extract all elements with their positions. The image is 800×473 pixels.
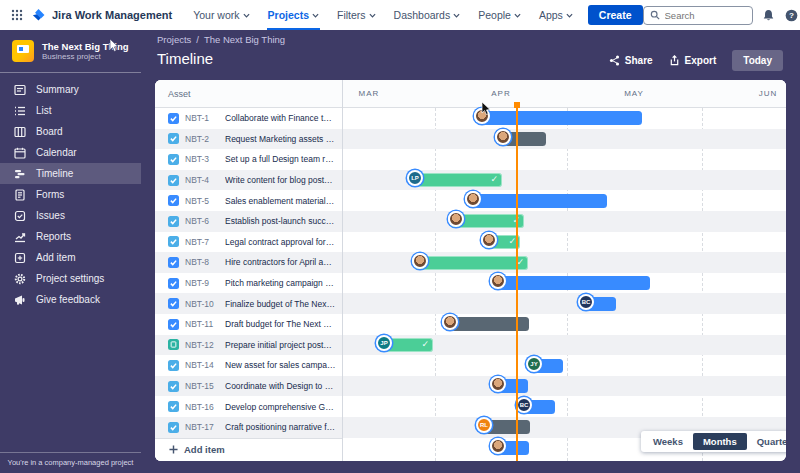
sidebar-item-summary[interactable]: Summary: [0, 79, 141, 100]
month-label-jun: JUN: [759, 89, 778, 98]
gantt-row-stripe: [343, 129, 786, 150]
assignee-avatar: BC: [516, 397, 532, 413]
sidebar-item-calendar[interactable]: Calendar: [0, 142, 141, 163]
subtask-icon: [168, 401, 179, 412]
issue-key: NBT-5: [185, 196, 219, 206]
nav-filters[interactable]: Filters: [330, 0, 383, 30]
calendar-icon: [14, 147, 26, 159]
issue-key: NBT-2: [185, 134, 219, 144]
search-input[interactable]: [665, 10, 735, 21]
sidebar-item-timeline[interactable]: Timeline: [0, 163, 141, 184]
asset-row-nbt-1[interactable]: NBT-1Collaborate with Finance to approve…: [155, 108, 342, 129]
sidebar-item-board[interactable]: Board: [0, 121, 141, 142]
board-icon: [14, 126, 26, 138]
add-item-button[interactable]: Add item: [155, 438, 342, 461]
nav-projects[interactable]: Projects: [261, 0, 326, 30]
task-icon: [168, 257, 179, 268]
app-switcher-icon[interactable]: [10, 8, 24, 22]
sidebar-item-reports[interactable]: Reports: [0, 226, 141, 247]
nav-label: Filters: [337, 9, 366, 21]
view-option-months[interactable]: Months: [693, 433, 747, 450]
nav-apps[interactable]: Apps: [532, 0, 580, 30]
sidebar-nav: SummaryListBoardCalendarTimelineFormsIss…: [0, 79, 141, 310]
sidebar-item-label: Forms: [36, 189, 64, 200]
zoom-level-toggle: WeeksMonthsQuarters: [641, 431, 786, 452]
assignee-avatar: JP: [376, 335, 392, 351]
view-option-weeks[interactable]: Weeks: [643, 433, 693, 450]
project-avatar: [12, 40, 34, 62]
gantt-bar-nbt-8[interactable]: ✓: [415, 256, 528, 270]
share-button[interactable]: Share: [609, 55, 653, 66]
export-button[interactable]: Export: [669, 55, 717, 66]
nav-people[interactable]: People: [471, 0, 528, 30]
issue-summary: Collaborate with Finance to approve...: [225, 113, 342, 123]
bar-done-check-icon: ✓: [508, 236, 516, 246]
gantt-row-stripe: [343, 211, 786, 232]
asset-row-nbt-10[interactable]: NBT-10Finalize budget of The Next Big Th…: [155, 293, 342, 314]
asset-row-nbt-5[interactable]: NBT-5Sales enablement materials and pit.…: [155, 190, 342, 211]
task-icon: [168, 195, 179, 206]
asset-row-nbt-14[interactable]: NBT-14New asset for sales campaigns wit.…: [155, 355, 342, 376]
asset-row-nbt-3[interactable]: NBT-3Set up a full Design team review: [155, 149, 342, 170]
assignee-avatar: BC: [578, 294, 594, 310]
sidebar-item-add-item[interactable]: Add item: [0, 247, 141, 268]
sidebar-item-issues[interactable]: Issues: [0, 205, 141, 226]
issue-summary: Prepare initial project poster for th...: [225, 340, 342, 350]
asset-row-nbt-11[interactable]: NBT-11Draft budget for The Next Big Thin…: [155, 314, 342, 335]
asset-row-nbt-4[interactable]: NBT-4Write content for blog posts and: [155, 170, 342, 191]
view-option-quarters[interactable]: Quarters: [747, 433, 786, 450]
asset-row-nbt-7[interactable]: NBT-7Legal contract approval for vendors: [155, 232, 342, 253]
summary-icon: [14, 84, 26, 96]
asset-row-nbt-6[interactable]: NBT-6Establish post-launch success metr.…: [155, 211, 342, 232]
issue-summary: Sales enablement materials and pit...: [225, 196, 342, 206]
today-button[interactable]: Today: [732, 50, 783, 71]
notifications-icon[interactable]: [762, 8, 776, 22]
bar-done-check-icon: ✓: [421, 339, 429, 349]
nav-your-work[interactable]: Your work: [186, 0, 256, 30]
gantt-row-stripe: [343, 293, 786, 314]
issue-key: NBT-16: [185, 402, 219, 412]
asset-panel: Asset NBT-1Collaborate with Finance to a…: [155, 80, 343, 461]
breadcrumb-project-name[interactable]: The Next Big Thing: [204, 34, 285, 45]
top-app-bar: Jira Work Management Your workProjectsFi…: [0, 0, 800, 30]
asset-row-nbt-2[interactable]: NBT-2Request Marketing assets for brand.…: [155, 129, 342, 150]
asset-row-nbt-8[interactable]: NBT-8Hire contractors for April and May …: [155, 252, 342, 273]
nav-label: Apps: [539, 9, 563, 21]
breadcrumb-projects[interactable]: Projects: [157, 34, 191, 45]
project-header[interactable]: The Next Big Thing Business project: [0, 30, 141, 70]
asset-row-nbt-9[interactable]: NBT-9Pitch marketing campaign options t.…: [155, 273, 342, 294]
product-title: Jira Work Management: [52, 9, 172, 21]
help-icon[interactable]: ?: [785, 8, 799, 22]
subtask-icon: [168, 422, 179, 433]
sidebar-item-give-feedback[interactable]: Give feedback: [0, 289, 141, 310]
sidebar-item-forms[interactable]: Forms: [0, 184, 141, 205]
subtask-icon: [168, 381, 179, 392]
search-box[interactable]: [643, 6, 753, 25]
assignee-avatar: [495, 129, 511, 145]
gantt-row-stripe: [343, 149, 786, 170]
create-button[interactable]: Create: [588, 5, 643, 25]
sidebar-item-list[interactable]: List: [0, 100, 141, 121]
chevron-down-icon: [514, 12, 521, 19]
asset-row-nbt-16[interactable]: NBT-16Develop comprehensive GTM plan ...: [155, 396, 342, 417]
chevron-down-icon: [453, 12, 460, 19]
gantt-bar-nbt-4[interactable]: ✓: [410, 173, 502, 187]
issue-summary: Coordinate with Design to create h...: [225, 381, 342, 391]
today-marker-cap: [514, 102, 520, 108]
nav-dashboards[interactable]: Dashboards: [387, 0, 468, 30]
asset-row-nbt-15[interactable]: NBT-15Coordinate with Design to create h…: [155, 376, 342, 397]
svg-text:?: ?: [789, 11, 794, 20]
issue-summary: Set up a full Design team review: [225, 154, 342, 164]
asset-row-nbt-17[interactable]: NBT-17Craft positioning narrative for ne…: [155, 417, 342, 438]
sidebar-item-label: Timeline: [36, 168, 73, 179]
page-header: Projects / The Next Big Thing Timeline S…: [157, 34, 787, 80]
issue-key: NBT-3: [185, 154, 219, 164]
jira-logo-icon: [31, 8, 45, 22]
month-label-may: MAY: [624, 89, 644, 98]
sidebar-item-project-settings[interactable]: Project settings: [0, 268, 141, 289]
gantt-bar-nbt-1[interactable]: [477, 111, 642, 125]
gantt-bar-nbt-5[interactable]: [468, 194, 607, 208]
gantt-row-stripe: [343, 355, 786, 376]
asset-row-nbt-12[interactable]: NBT-12Prepare initial project poster for…: [155, 335, 342, 356]
issue-key: NBT-15: [185, 381, 219, 391]
